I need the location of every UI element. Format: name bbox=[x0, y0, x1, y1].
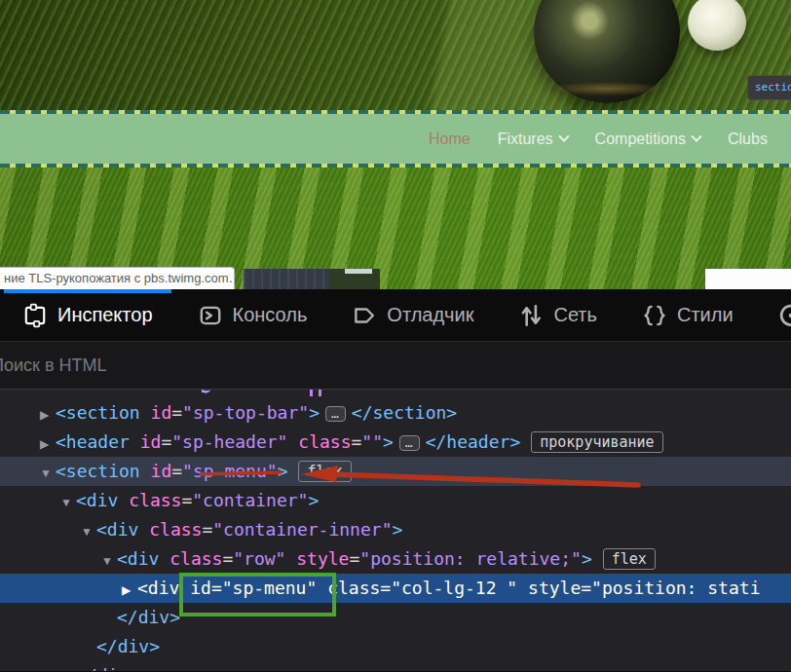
syntax-token: = bbox=[581, 578, 591, 598]
syntax-token: <div bbox=[76, 490, 118, 510]
nav-item-label: Clubs bbox=[728, 131, 768, 148]
syntax-token: style bbox=[528, 578, 581, 598]
debugger-icon bbox=[352, 303, 377, 328]
markup-row[interactable]: ▶<div id="sp-menu" class="col-lg-12 " st… bbox=[0, 574, 791, 603]
flex-badge[interactable]: flex bbox=[603, 548, 656, 570]
twisty-expanded-icon[interactable]: ▼ bbox=[101, 546, 117, 574]
lawn-bowl-band bbox=[550, 82, 663, 95]
markup-view: ▶<section id="sp-top-bar">…</section>▶<h… bbox=[0, 390, 791, 671]
devtools-tab-Консоль[interactable]: Консоль bbox=[175, 289, 330, 341]
syntax-token: = bbox=[380, 578, 391, 598]
markup-row[interactable]: ▼<div class="container-inner"> bbox=[0, 515, 791, 544]
nav-item-competitions[interactable]: Competitions bbox=[595, 131, 700, 148]
nav-item-fixtures[interactable]: Fixtures bbox=[498, 131, 568, 148]
markup-row[interactable]: ▶<header id="sp-header" class="">…</head… bbox=[0, 428, 791, 457]
markup-row[interactable]: ▶<section id="sp-top-bar">…</section> bbox=[0, 398, 791, 428]
syntax-token: > bbox=[309, 402, 320, 423]
syntax-token: > bbox=[278, 461, 288, 481]
infobar-tag: section bbox=[755, 81, 791, 93]
closing-tag: </section> bbox=[352, 402, 457, 423]
syntax-token: <div bbox=[96, 519, 138, 540]
page-white-panel bbox=[705, 269, 791, 289]
syntax-token: "container" bbox=[192, 490, 308, 510]
devtools-tab-performance[interactable] bbox=[756, 289, 791, 341]
markup-row[interactable]: ▼<section id="sp-menu">flex bbox=[0, 457, 791, 486]
markup-row[interactable]: ▼<div class="row" style="position: relat… bbox=[0, 544, 791, 574]
closing-tag: </header> bbox=[426, 431, 521, 452]
nav-item-label: Competitions bbox=[595, 131, 686, 148]
screen: HomeFixturesCompetitionsClubsAbout ние T… bbox=[0, 0, 791, 672]
search-input[interactable] bbox=[0, 355, 791, 376]
syntax-token: = bbox=[181, 490, 192, 510]
nav-items: HomeFixturesCompetitionsClubsAbout bbox=[429, 110, 791, 168]
syntax-token: <div bbox=[117, 548, 159, 569]
syntax-token: "sp-top-bar" bbox=[182, 402, 309, 423]
devtools-tab-Стили[interactable]: Стили bbox=[620, 289, 756, 341]
network-icon bbox=[518, 303, 544, 328]
tab-label: Консоль bbox=[233, 304, 308, 326]
syntax-token: = bbox=[351, 431, 361, 452]
console-icon bbox=[198, 303, 223, 328]
nav-item-label: Home bbox=[429, 131, 471, 148]
syntax-token: "" bbox=[361, 431, 383, 452]
syntax-token: > bbox=[582, 548, 592, 569]
syntax-token: id bbox=[190, 578, 211, 598]
flex-badge[interactable]: flex bbox=[298, 461, 351, 482]
syntax-token bbox=[179, 578, 190, 598]
syntax-token bbox=[317, 578, 327, 598]
devtools-tab-Инспектор[interactable]: Инспектор bbox=[0, 289, 175, 341]
browser-viewport: HomeFixturesCompetitionsClubsAbout ние T… bbox=[0, 0, 791, 289]
syntax-token: class bbox=[327, 578, 380, 598]
twisty-expanded-icon[interactable]: ▼ bbox=[40, 459, 56, 486]
highlighter-infobar: section# bbox=[747, 75, 791, 100]
expand-ellipsis-button[interactable]: … bbox=[399, 435, 420, 451]
syntax-token: <section bbox=[56, 461, 140, 481]
clipped-markup-row bbox=[0, 390, 791, 398]
syntax-token: = bbox=[222, 548, 233, 569]
browser-status-bar: ние TLS-рукопожатия с pbs.twimg.com… bbox=[0, 267, 235, 289]
twisty-expanded-icon[interactable]: ▼ bbox=[60, 488, 76, 515]
syntax-token: id bbox=[140, 431, 162, 452]
tab-label: Инспектор bbox=[57, 304, 153, 326]
syntax-token: class bbox=[129, 490, 181, 510]
syntax-token: class bbox=[170, 548, 222, 569]
twisty-collapsed-icon[interactable]: ▶ bbox=[40, 400, 56, 428]
nav-item-clubs[interactable]: Clubs bbox=[728, 131, 768, 148]
page-photo bbox=[244, 269, 380, 289]
tab-label: Сеть bbox=[553, 304, 596, 326]
hero-grass-image bbox=[0, 0, 791, 110]
site-navbar: HomeFixturesCompetitionsClubsAbout bbox=[0, 110, 791, 168]
tab-label: Стили bbox=[677, 304, 734, 326]
markup-row-closing-tag[interactable]: </div> bbox=[0, 661, 791, 671]
syntax-token: "sp-menu" bbox=[222, 578, 318, 598]
syntax-token: "col-lg-12 " bbox=[391, 578, 517, 598]
nav-item-home[interactable]: Home bbox=[429, 131, 471, 148]
twisty-expanded-icon[interactable]: ▼ bbox=[81, 517, 96, 544]
syntax-token bbox=[287, 431, 298, 452]
syntax-token: > bbox=[383, 431, 394, 452]
devtools-tab-Сеть[interactable]: Сеть bbox=[496, 289, 619, 341]
devtools-panel: ИнспекторКонсольОтладчикСетьСтили ▶<sect… bbox=[0, 289, 791, 672]
markup-row[interactable]: ▼<div class="container"> bbox=[0, 486, 791, 515]
text-fragment bbox=[310, 390, 313, 396]
chevron-down-icon bbox=[558, 131, 569, 141]
markup-row-closing-tag[interactable]: </div> bbox=[0, 632, 791, 661]
jack-ball-image bbox=[688, 0, 746, 51]
syntax-token: </div> bbox=[117, 607, 180, 627]
syntax-token: "sp-menu" bbox=[182, 461, 278, 481]
syntax-token bbox=[140, 402, 151, 423]
chevron-down-icon bbox=[691, 131, 701, 141]
markup-row-closing-tag[interactable]: </div> bbox=[0, 603, 791, 632]
syntax-token: class bbox=[149, 519, 202, 540]
expand-ellipsis-button[interactable]: … bbox=[325, 406, 346, 422]
styles-icon bbox=[642, 303, 667, 328]
devtools-search-row bbox=[0, 342, 791, 390]
syntax-token bbox=[130, 431, 140, 452]
twisty-collapsed-icon[interactable]: ▶ bbox=[122, 576, 137, 603]
text-fragment bbox=[201, 390, 210, 394]
devtools-tab-Отладчик[interactable]: Отладчик bbox=[329, 289, 496, 341]
syntax-token: style bbox=[296, 548, 349, 569]
twisty-collapsed-icon[interactable]: ▶ bbox=[40, 429, 56, 457]
scrollable-badge[interactable]: прокручивание bbox=[531, 431, 662, 453]
syntax-token: <header bbox=[56, 431, 130, 452]
